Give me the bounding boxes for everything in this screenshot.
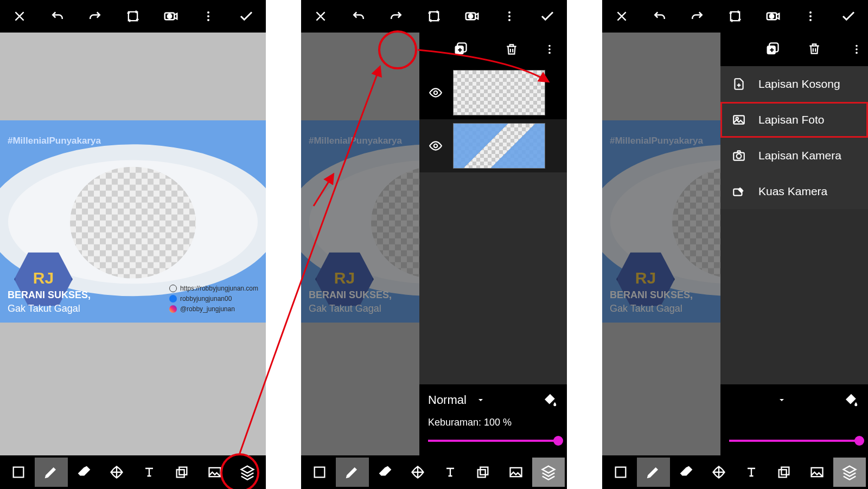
camera-icon xyxy=(731,148,746,163)
add-layer-button[interactable] xyxy=(449,37,473,61)
confirm-icon[interactable] xyxy=(231,1,261,31)
move-tool[interactable] xyxy=(401,458,434,487)
svg-point-2 xyxy=(167,14,171,18)
blend-mode-select[interactable]: Normal xyxy=(428,393,467,407)
layers-empty-area xyxy=(419,172,567,384)
image-tool[interactable] xyxy=(199,458,231,487)
brush-tool[interactable] xyxy=(35,458,67,487)
panel-more-icon[interactable] xyxy=(538,37,561,61)
panel-more-icon[interactable] xyxy=(851,43,863,55)
bottom-toolbar xyxy=(301,455,567,489)
layer-row-frame[interactable] xyxy=(419,119,567,172)
redo-icon[interactable] xyxy=(80,1,110,31)
move-tool[interactable] xyxy=(100,458,133,487)
confirm-icon[interactable] xyxy=(532,1,563,31)
svg-point-29 xyxy=(769,14,774,18)
opacity-slider[interactable] xyxy=(729,436,859,446)
layers-panel: Normal Keburaman: 100 % xyxy=(419,33,567,455)
crop-icon[interactable] xyxy=(720,1,750,31)
record-icon[interactable] xyxy=(156,1,186,31)
brush-tool[interactable] xyxy=(336,458,368,487)
menu-item-photo-layer[interactable]: Lapisan Foto xyxy=(720,102,868,138)
shape-tool[interactable] xyxy=(604,458,637,487)
eraser-tool[interactable] xyxy=(369,458,401,487)
more-icon[interactable] xyxy=(494,1,525,31)
svg-point-32 xyxy=(809,19,812,21)
close-icon[interactable] xyxy=(4,1,35,31)
svg-rect-10 xyxy=(430,12,438,21)
clone-tool[interactable] xyxy=(768,458,800,487)
text-tool[interactable] xyxy=(133,458,165,487)
svg-point-5 xyxy=(207,19,209,21)
close-icon[interactable] xyxy=(607,1,637,31)
text-tool[interactable] xyxy=(735,458,768,487)
layer-row-empty[interactable] xyxy=(419,66,567,119)
more-icon[interactable] xyxy=(795,1,826,31)
redo-icon[interactable] xyxy=(682,1,712,31)
bottom-toolbar xyxy=(0,455,266,489)
svg-point-15 xyxy=(508,19,510,21)
undo-icon[interactable] xyxy=(42,1,73,31)
confirm-icon[interactable] xyxy=(833,1,864,31)
svg-point-36 xyxy=(856,48,858,50)
move-tool[interactable] xyxy=(703,458,735,487)
add-layer-button[interactable] xyxy=(765,42,780,57)
clone-tool[interactable] xyxy=(467,458,499,487)
top-toolbar xyxy=(602,0,868,33)
opacity-slider[interactable] xyxy=(428,436,558,446)
menu-item-brush-camera[interactable]: Kuas Kamera xyxy=(720,173,868,209)
instagram-icon xyxy=(169,305,177,313)
close-icon[interactable] xyxy=(305,1,336,31)
undo-icon[interactable] xyxy=(644,1,675,31)
crop-icon[interactable] xyxy=(118,1,148,31)
image-tool[interactable] xyxy=(500,458,532,487)
menu-item-camera-layer[interactable]: Lapisan Kamera xyxy=(720,138,868,173)
svg-rect-24 xyxy=(478,469,486,477)
fill-bucket-icon[interactable] xyxy=(542,392,558,408)
file-plus-icon xyxy=(731,76,746,92)
svg-rect-25 xyxy=(481,467,488,475)
add-layer-menu: Lapisan Kosong Lapisan Foto Lapisan Kame… xyxy=(720,33,868,209)
layers-button[interactable] xyxy=(231,458,264,487)
layers-button[interactable] xyxy=(532,458,565,487)
logo-text: RJ xyxy=(33,269,54,287)
eraser-tool[interactable] xyxy=(68,458,100,487)
hashtag-text: #MillenialPunyakarya xyxy=(8,136,101,146)
more-icon[interactable] xyxy=(193,1,224,31)
blend-mode-select[interactable]: Normal xyxy=(729,393,768,407)
svg-point-13 xyxy=(508,11,510,14)
brush-tool[interactable] xyxy=(637,458,669,487)
visibility-icon[interactable] xyxy=(429,86,443,100)
canvas-area[interactable]: RJ #MillenialPunyakarya BERANI SUKSES, G… xyxy=(0,33,266,455)
delete-layer-button[interactable] xyxy=(807,42,821,57)
delete-layer-button[interactable] xyxy=(500,37,524,61)
web-icon xyxy=(169,285,177,292)
visibility-icon[interactable] xyxy=(429,139,443,153)
svg-point-20 xyxy=(548,52,551,54)
chevron-down-icon[interactable] xyxy=(777,396,786,404)
redo-icon[interactable] xyxy=(381,1,411,31)
clone-tool[interactable] xyxy=(165,458,198,487)
layers-button[interactable] xyxy=(833,458,866,487)
fill-bucket-icon[interactable] xyxy=(843,392,859,408)
shape-tool[interactable] xyxy=(303,458,336,487)
svg-rect-27 xyxy=(731,12,739,21)
svg-point-12 xyxy=(468,14,473,18)
record-icon[interactable] xyxy=(758,1,788,31)
image-tool[interactable] xyxy=(801,458,833,487)
text-tool[interactable] xyxy=(434,458,467,487)
phone-screen-1: RJ #MillenialPunyakarya BERANI SUKSES, G… xyxy=(0,0,266,489)
social-fb: robbyjungjunan00 xyxy=(180,295,232,303)
bottom-toolbar xyxy=(602,455,868,489)
menu-label: Lapisan Kamera xyxy=(758,149,841,162)
image-icon xyxy=(731,112,746,127)
svg-rect-8 xyxy=(180,467,187,475)
menu-item-empty-layer[interactable]: Lapisan Kosong xyxy=(720,66,868,102)
chevron-down-icon[interactable] xyxy=(476,396,485,404)
crop-icon[interactable] xyxy=(419,1,449,31)
shape-tool[interactable] xyxy=(2,458,35,487)
undo-icon[interactable] xyxy=(343,1,374,31)
eraser-tool[interactable] xyxy=(670,458,703,487)
svg-rect-6 xyxy=(14,467,24,478)
record-icon[interactable] xyxy=(457,1,487,31)
